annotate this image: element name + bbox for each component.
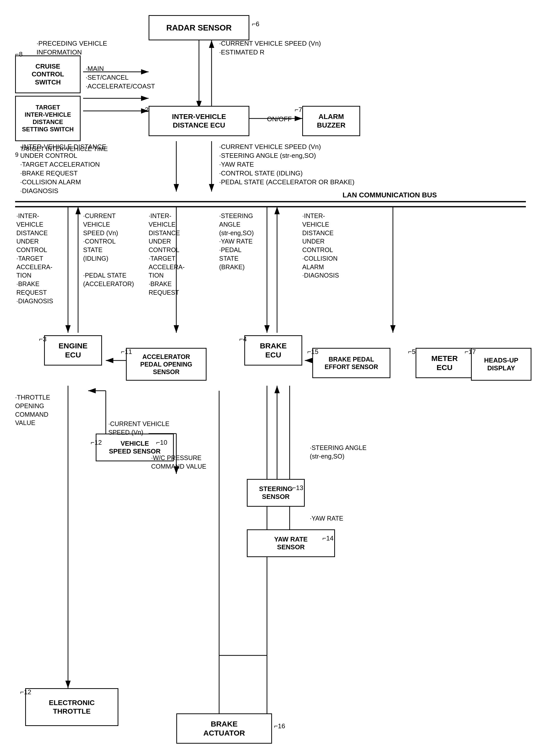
left-down-signals: ·INTER-VEHICLE DISTANCE UNDER CONTROL·TA… [20, 142, 146, 196]
cruise-control-box: CRUISECONTROLSWITCH [15, 55, 81, 93]
on-off-text: ON/OFF [267, 115, 292, 124]
heads-up-ref: ⌐17 [465, 348, 476, 356]
steering-sensor-ref: ⌐13 [292, 484, 303, 492]
inter-vehicle-ecu-box: INTER-VEHICLEDISTANCE ECU [149, 106, 249, 136]
engine-ecu-ref: ⌐3 [39, 335, 47, 343]
brake-ecu-box: BRAKEECU [244, 335, 302, 366]
electronic-throttle-ref: ⌐12 [20, 688, 31, 696]
radar-sensor-box: RADAR SENSOR [149, 15, 249, 40]
meter-ecu-ref: ⌐5 [408, 348, 415, 356]
col2-signals: ·CURRENT VEHICLE SPEED (Vn)·CONTROL STAT… [83, 212, 144, 288]
col5-signals: ·INTER- VEHICLE DISTANCE UNDER CONTROL·C… [302, 212, 373, 280]
yaw-rate-signal-text: ·YAW RATE [310, 514, 343, 523]
col3-signals: ·INTER- VEHICLE DISTANCE UNDER CONTROL·T… [149, 212, 207, 297]
target-distance-box: TARGETINTER-VEHICLEDISTANCESETTING SWITC… [15, 96, 81, 141]
yaw-rate-sensor-ref: ⌐14 [322, 534, 333, 542]
inter-vehicle-ecu-ref: ⌐2 [141, 106, 149, 114]
brake-actuator-ref: ⌐16 [274, 722, 285, 730]
engine-ecu-box: ENGINEECU [44, 335, 102, 366]
lan-bus-label: LAN COMMUNICATION BUS [342, 190, 437, 200]
col4-signals: ·STEERING ANGLE (str-eng,SO)·YAW RATE·PE… [219, 212, 284, 271]
current-speed-vn-text: ·CURRENT VEHICLE SPEED (Vn) [108, 420, 170, 437]
electronic-throttle-box: ELECTRONICTHROTTLE [25, 688, 118, 726]
steering-angle-text: ·STEERING ANGLE (str-eng,SO) [310, 444, 366, 461]
cruise-control-ref: ⌐8 [15, 50, 23, 58]
brake-pedal-sensor-box: BRAKE PEDALEFFORT SENSOR [312, 348, 390, 378]
vehicle-speed-sensor-ref2: ⌐12 [91, 439, 102, 446]
right-down-signals: ·CURRENT VEHICLE SPEED (Vn)·STEERING ANG… [219, 142, 383, 187]
brake-ecu-ref: ⌐4 [239, 335, 247, 343]
current-speed-top-text: ·CURRENT VEHICLE SPEED (Vn)·ESTIMATED R [219, 39, 358, 57]
brake-pedal-sensor-ref: ⌐15 [307, 348, 318, 356]
yaw-rate-sensor-box: YAW RATESENSOR [247, 529, 335, 557]
heads-up-box: HEADS-UPDISPLAY [471, 348, 531, 381]
alarm-buzzer-box: ALARMBUZZER [302, 106, 360, 136]
target-time-ref: 9 [15, 151, 18, 158]
col1-signals: ·INTER- VEHICLE DISTANCE UNDER CONTROL·T… [16, 212, 67, 305]
diagram: RADAR SENSOR ⌐6 ·PRECEDING VEHICLE INFOR… [0, 0, 541, 756]
accelerator-sensor-ref: ⌐11 [121, 348, 132, 356]
vehicle-speed-sensor-ref: ⌐10 [156, 439, 167, 446]
alarm-buzzer-ref: ⌐7 [295, 106, 302, 114]
radar-sensor-ref: ⌐6 [252, 20, 260, 28]
brake-actuator-box: BRAKEACTUATOR [176, 713, 272, 744]
main-set-text: ·MAIN·SET/CANCEL·ACCELERATE/COAST [86, 64, 149, 91]
steering-sensor-box: STEERINGSENSOR [247, 479, 305, 507]
wc-pressure-text: ·W/C PRESSURE COMMAND VALUE [151, 454, 222, 471]
throttle-cmd-text: ·THROTTLE OPENING COMMAND VALUE [15, 393, 60, 427]
accelerator-sensor-box: ACCELERATORPEDAL OPENINGSENSOR [126, 348, 207, 381]
